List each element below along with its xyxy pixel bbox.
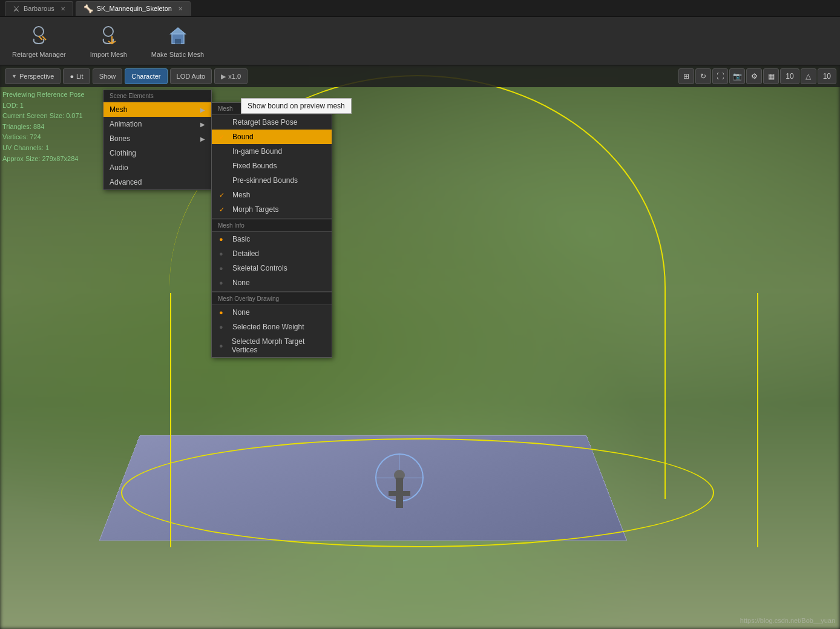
- submenu-in-game-bound[interactable]: In-game Bound: [212, 144, 332, 159]
- camera-icon[interactable]: 📷: [729, 68, 745, 84]
- fullscreen-icon[interactable]: ⛶: [712, 68, 728, 84]
- skeletal-controls-label: Skeletal Controls: [232, 264, 287, 272]
- separator-1: [212, 218, 332, 219]
- submenu-skeletal-controls[interactable]: ● Skeletal Controls: [212, 261, 332, 275]
- tab-sk-mannequin-label: SK_Mannequin_Skeleton: [97, 5, 172, 12]
- dropdown-arrow-icon: ▼: [11, 73, 17, 79]
- show-button[interactable]: Show: [93, 68, 123, 84]
- 3d-platform: [99, 435, 628, 541]
- tab-barbarous-label: Barbarous: [24, 5, 54, 12]
- speed-button[interactable]: ▶ x1.0: [214, 68, 248, 84]
- svg-rect-4: [175, 39, 181, 44]
- submenu-bound[interactable]: ✓ Bound: [212, 130, 332, 144]
- controls-bar: ▼ Perspective ● Lit Show Character LOD A…: [0, 65, 840, 87]
- lod-label: LOD Auto: [177, 73, 206, 80]
- submenu-detailed[interactable]: ● Detailed: [212, 246, 332, 261]
- check-bound-icon: ✓: [219, 133, 229, 141]
- triangle-icon[interactable]: △: [801, 68, 816, 84]
- import-mesh-button[interactable]: Import Mesh: [84, 21, 133, 62]
- make-static-mesh-icon: [166, 24, 190, 48]
- grid-toggle-icon[interactable]: ⊞: [678, 68, 694, 84]
- check-mesh-icon: ✓: [219, 191, 229, 199]
- submenu-retarget-base-pose[interactable]: Retarget Base Pose: [212, 115, 332, 130]
- grid-number-2[interactable]: 10: [818, 68, 836, 84]
- menu-item-bones[interactable]: Bones ▶: [103, 131, 211, 146]
- show-label: Show: [99, 73, 116, 80]
- menu-item-clothing[interactable]: Clothing: [103, 146, 211, 160]
- bone-weight-label: Selected Bone Weight: [232, 323, 304, 331]
- mesh-submenu: Mesh Retarget Base Pose ✓ Bound In-game …: [211, 102, 332, 358]
- import-mesh-label: Import Mesh: [90, 51, 127, 58]
- basic-label: Basic: [232, 235, 250, 243]
- morph-target-vertices-label: Selected Morph Target Vertices: [232, 337, 324, 354]
- menu-item-advanced[interactable]: Advanced: [103, 175, 211, 189]
- tab-close-sk-mannequin[interactable]: ✕: [178, 5, 183, 12]
- import-mesh-icon: [96, 24, 120, 48]
- retarget-manager-icon: [27, 24, 51, 48]
- svg-marker-3: [171, 28, 185, 34]
- mesh-arrow-icon: ▶: [200, 107, 205, 113]
- check-retarget-icon: [219, 119, 229, 126]
- grid-icon[interactable]: ▦: [763, 68, 779, 84]
- toolbar: Retarget Manager Import Mesh Make Static…: [0, 17, 840, 65]
- advanced-label: Advanced: [110, 178, 142, 186]
- tab-close-barbarous[interactable]: ✕: [61, 5, 65, 12]
- skeleton-icon: 🦴: [84, 4, 93, 13]
- scene-elements-dropdown: Scene Elements Mesh ▶ Mesh Retarget Base…: [103, 90, 212, 190]
- submenu-bone-weight[interactable]: ● Selected Bone Weight: [212, 320, 332, 334]
- morph-targets-label: Morph Targets: [232, 205, 278, 214]
- settings-icon[interactable]: ⚙: [746, 68, 762, 84]
- submenu-mesh[interactable]: ✓ Mesh: [212, 188, 332, 202]
- submenu-morph-target-vertices[interactable]: ● Selected Morph Target Vertices: [212, 334, 332, 357]
- radio-bone-weight-icon: ●: [219, 323, 229, 331]
- pre-skinned-bounds-label: Pre-skinned Bounds: [232, 176, 298, 185]
- animation-label: Animation: [110, 120, 142, 128]
- refresh-icon[interactable]: ↻: [695, 68, 711, 84]
- lit-sphere-icon: ●: [70, 73, 74, 80]
- lit-label: Lit: [76, 73, 84, 80]
- bound-line-right: [757, 293, 758, 547]
- in-game-bound-label: In-game Bound: [232, 147, 282, 156]
- retarget-manager-button[interactable]: Retarget Manager: [6, 21, 72, 62]
- lod-auto-button[interactable]: LOD Auto: [170, 68, 212, 84]
- perspective-dropdown[interactable]: ▼ Perspective: [5, 68, 61, 84]
- tab-barbarous[interactable]: ⚔ Barbarous ✕: [5, 1, 73, 16]
- speed-label: x1.0: [228, 73, 241, 80]
- none-info-label: None: [232, 278, 250, 287]
- fixed-bounds-label: Fixed Bounds: [232, 162, 277, 170]
- audio-label: Audio: [110, 163, 128, 172]
- viewport: ▼ Perspective ● Lit Show Character LOD A…: [0, 65, 840, 629]
- radio-morph-vertices-icon: ●: [219, 342, 228, 349]
- submenu-fixed-bounds[interactable]: Fixed Bounds: [212, 159, 332, 173]
- lit-button[interactable]: ● Lit: [63, 68, 90, 84]
- submenu-morph-targets[interactable]: ✓ Morph Targets: [212, 202, 332, 217]
- character-figure: [375, 447, 424, 508]
- submenu-pre-skinned-bounds[interactable]: Pre-skinned Bounds: [212, 173, 332, 188]
- menu-item-audio[interactable]: Audio: [103, 160, 211, 175]
- submenu-none-info[interactable]: ● None: [212, 275, 332, 290]
- menu-item-mesh[interactable]: Mesh ▶ Mesh Retarget Base Pose ✓ Bound I…: [103, 102, 211, 117]
- animation-arrow-icon: ▶: [200, 121, 205, 128]
- mesh-info-title: Mesh Info: [212, 220, 332, 232]
- separator-2: [212, 291, 332, 292]
- make-static-mesh-button[interactable]: Make Static Mesh: [145, 21, 210, 62]
- bound-label: Bound: [232, 133, 254, 141]
- radio-none-icon: ●: [219, 279, 229, 286]
- retarget-manager-label: Retarget Manager: [12, 51, 66, 58]
- make-static-mesh-label: Make Static Mesh: [151, 51, 204, 58]
- grid-number-1[interactable]: 10: [780, 68, 799, 84]
- barbarous-icon: ⚔: [13, 4, 20, 13]
- mesh-label: Mesh: [110, 105, 127, 114]
- bones-arrow-icon: ▶: [200, 136, 205, 142]
- character-label: Character: [131, 73, 160, 80]
- menu-item-animation[interactable]: Animation ▶: [103, 117, 211, 131]
- title-bar: ⚔ Barbarous ✕ 🦴 SK_Mannequin_Skeleton ✕: [0, 0, 840, 17]
- character-button[interactable]: Character: [125, 68, 167, 84]
- submenu-none-overlay[interactable]: ● None: [212, 305, 332, 320]
- radio-basic-icon: ●: [219, 235, 229, 243]
- play-icon: ▶: [221, 73, 226, 81]
- submenu-basic[interactable]: ● Basic: [212, 232, 332, 246]
- bones-label: Bones: [110, 134, 130, 143]
- radio-overlay-none-icon: ●: [219, 309, 229, 316]
- tab-sk-mannequin[interactable]: 🦴 SK_Mannequin_Skeleton ✕: [76, 1, 191, 16]
